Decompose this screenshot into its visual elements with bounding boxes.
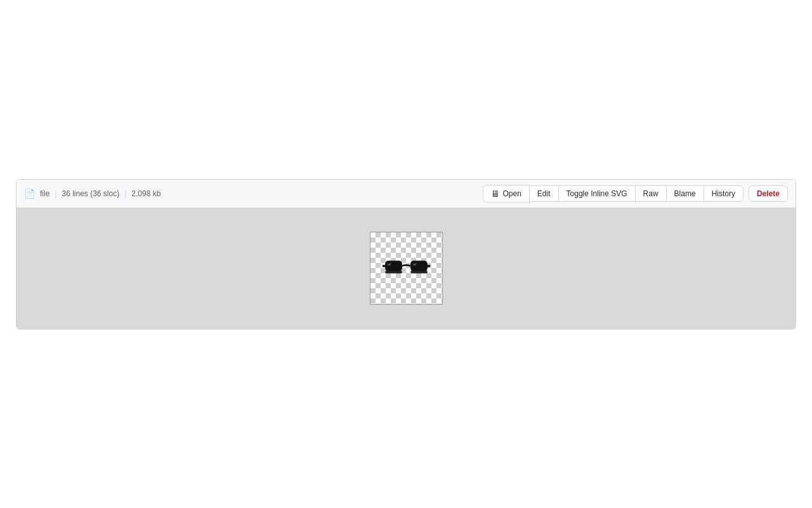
- raw-button[interactable]: Raw: [635, 185, 667, 202]
- svg-rect-1: [410, 260, 428, 271]
- divider-1: |: [55, 189, 56, 198]
- monitor-icon: 🖥: [491, 189, 500, 199]
- file-actions: 🖥 Open Edit Toggle Inline SVG Raw Blame …: [483, 185, 788, 203]
- file-size: 2.098 kb: [131, 189, 160, 198]
- delete-label: Delete: [757, 189, 780, 198]
- history-label: History: [712, 189, 735, 198]
- sunglasses-svg: [379, 253, 433, 284]
- file-icon: 📄: [24, 189, 35, 199]
- open-button[interactable]: 🖥 Open: [483, 185, 529, 203]
- file-info: 📄 file | 36 lines (36 sloc) | 2.098 kb: [24, 189, 160, 199]
- toggle-inline-svg-button[interactable]: Toggle Inline SVG: [558, 185, 636, 202]
- open-label: Open: [502, 189, 521, 198]
- file-type-label: file: [40, 189, 49, 198]
- svg-rect-3: [410, 271, 428, 273]
- svg-rect-0: [385, 260, 402, 271]
- file-container: 📄 file | 36 lines (36 sloc) | 2.098 kb 🖥…: [16, 179, 796, 330]
- raw-label: Raw: [643, 189, 658, 198]
- svg-preview-box: [370, 232, 443, 305]
- delete-button[interactable]: Delete: [749, 185, 788, 202]
- edit-button[interactable]: Edit: [529, 185, 559, 202]
- file-lines: 36 lines (36 sloc): [62, 189, 119, 198]
- toggle-label: Toggle Inline SVG: [566, 189, 627, 198]
- history-button[interactable]: History: [704, 185, 743, 202]
- edit-label: Edit: [537, 189, 551, 198]
- divider-2: |: [124, 189, 126, 198]
- file-header: 📄 file | 36 lines (36 sloc) | 2.098 kb 🖥…: [16, 180, 796, 208]
- blame-button[interactable]: Blame: [666, 185, 704, 202]
- blame-label: Blame: [674, 189, 696, 198]
- svg-rect-2: [385, 271, 402, 273]
- file-preview: [16, 208, 796, 329]
